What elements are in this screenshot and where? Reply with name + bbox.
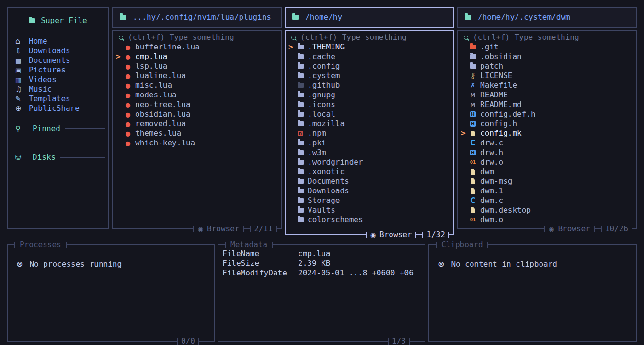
sidebar-item-templates[interactable]: ✎Templates [8, 94, 108, 104]
file-row[interactable]: ●lualine.lua [113, 71, 281, 81]
file-list: ●bufferline.lua>●cmp.lua●lsp.lua●lualine… [113, 42, 281, 148]
file-row[interactable]: dwm-msg [458, 177, 636, 186]
file-row[interactable]: 01drw.o [458, 157, 636, 167]
file-row[interactable]: .cystem [286, 71, 453, 81]
panel-path-header[interactable]: ...hy/.config/nvim/lua/plugins [112, 7, 282, 28]
tee-mark [632, 226, 632, 232]
file-row[interactable]: .git [458, 42, 636, 52]
selection-cursor: > [460, 129, 469, 138]
sidebar-item-label: Music [29, 84, 52, 94]
file-row[interactable]: dwm.1 [458, 186, 636, 196]
file-row[interactable]: ●misc.lua [113, 81, 281, 90]
search-bar[interactable]: (ctrl+f) Type something [458, 33, 636, 42]
metadata-count: 1/3 [388, 336, 410, 345]
file-row[interactable]: .cache [286, 52, 453, 61]
cross-circle-icon: ⊗ [438, 261, 444, 268]
folder-icon [298, 54, 304, 59]
pictures-icon: ▣ [15, 67, 25, 73]
file-name: .config [308, 61, 340, 71]
file-row[interactable]: Downloads [286, 186, 453, 196]
file-name: patch [480, 61, 503, 71]
processes-title: Processes [14, 240, 67, 250]
metadata-row: FileModifyDate2024-05-01 ...8 +0600 +06 [222, 268, 425, 278]
file-row[interactable]: .config [286, 61, 453, 71]
file-row[interactable]: .w3m [286, 148, 453, 157]
sidebar-section-disks[interactable]: ⛁ Disks [8, 153, 108, 162]
panel-path-header[interactable]: /home/hy/.cystem/dwm [457, 7, 637, 28]
file-row[interactable]: Documents [286, 177, 453, 186]
h-file-icon: H [470, 111, 476, 117]
metadata-row: FileSize2.39 KB [222, 259, 425, 268]
sidebar-item-pictures[interactable]: ▣Pictures [8, 65, 108, 75]
file-name: .gnupg [308, 90, 335, 100]
file-row[interactable]: colorschemes [286, 215, 453, 225]
file-row[interactable]: Cdrw.c [458, 138, 636, 148]
file-row[interactable]: Hconfig.def.h [458, 109, 636, 119]
folder-icon [298, 73, 304, 78]
metadata-label: FileName [222, 249, 298, 259]
footer-mode-label: Browser [380, 230, 412, 239]
folder-icon [298, 112, 304, 117]
doc-file-icon [471, 207, 475, 213]
search-bar[interactable]: (ctrl+f) Type something [286, 33, 453, 42]
file-row[interactable]: >.THEMING [286, 42, 453, 52]
file-name: .icons [308, 100, 335, 109]
file-row[interactable]: n.npm [286, 129, 453, 138]
file-row[interactable]: ●removed.lua [113, 119, 281, 129]
file-row[interactable]: .mozilla [286, 119, 453, 129]
processes-panel: Processes ⊗ No processes running 0/0 [7, 244, 215, 342]
metadata-value: 2024-05-01 ...8 +0600 +06 [298, 268, 414, 278]
file-name: config.h [480, 119, 517, 129]
file-row[interactable]: ●bufferline.lua [113, 42, 281, 52]
file-row[interactable]: >config.mk [458, 129, 636, 138]
file-row[interactable]: Cdwm.c [458, 196, 636, 205]
file-row[interactable]: .icons [286, 100, 453, 109]
file-row[interactable]: Hdrw.h [458, 148, 636, 157]
file-row[interactable]: dwm [458, 167, 636, 177]
folder-icon [298, 150, 304, 155]
file-row[interactable]: ●modes.lua [113, 90, 281, 100]
file-row[interactable]: ●neo-tree.lua [113, 100, 281, 109]
folder-icon [298, 93, 304, 97]
file-row[interactable]: .obsidian [458, 52, 636, 61]
file-row[interactable]: patch [458, 61, 636, 71]
file-row[interactable]: .local [286, 109, 453, 119]
footer-mode-label: Browser [558, 224, 590, 234]
empty-text: No processes running [29, 260, 122, 269]
sidebar-item-publicshare[interactable]: ⊕PublicShare [8, 104, 108, 113]
file-row[interactable]: .github [286, 81, 453, 90]
lua-file-icon: ● [125, 140, 130, 146]
search-bar[interactable]: (ctrl+f) Type something [113, 33, 281, 42]
file-row[interactable]: .pki [286, 138, 453, 148]
sidebar-item-documents[interactable]: ▤Documents [8, 56, 108, 65]
panel-footer: ◉Browser 10/26 [544, 224, 632, 234]
file-row[interactable]: Storage [286, 196, 453, 205]
sidebar-item-home[interactable]: ⌂Home [8, 36, 108, 46]
file-row[interactable]: MREADME [458, 90, 636, 100]
sidebar-item-videos[interactable]: ▦Videos [8, 75, 108, 84]
music-icon: ♫ [15, 86, 25, 93]
sidebar-section-pinned[interactable]: ⚲ Pinned [8, 124, 108, 133]
sidebar-item-music[interactable]: ♫Music [8, 84, 108, 94]
file-row[interactable]: ●which-key.lua [113, 138, 281, 148]
file-row[interactable]: Hconfig.h [458, 119, 636, 129]
file-row[interactable]: ●themes.lua [113, 129, 281, 138]
file-row[interactable]: .wordgrinder [286, 157, 453, 167]
file-row[interactable]: ●lsp.lua [113, 61, 281, 71]
file-row[interactable]: >●cmp.lua [113, 52, 281, 61]
file-row[interactable]: .gnupg [286, 90, 453, 100]
doc-file-icon [471, 169, 475, 175]
file-row[interactable]: ●obsidian.lua [113, 109, 281, 119]
file-row[interactable]: MREADME.md [458, 100, 636, 109]
doc-file-icon [471, 188, 475, 194]
panel-path-header[interactable]: /home/hy [285, 7, 454, 28]
file-row[interactable]: 01dwm.o [458, 215, 636, 225]
file-row[interactable]: dwm.desktop [458, 205, 636, 215]
metadata-label: FileSize [222, 259, 298, 268]
file-row[interactable]: ✗Makefile [458, 81, 636, 90]
file-row[interactable]: Vaults [286, 205, 453, 215]
top-row: Super File ⌂Home⇩Downloads▤Documents▣Pic… [7, 7, 637, 235]
file-row[interactable]: .xonotic [286, 167, 453, 177]
file-row[interactable]: ⚷LICENSE [458, 71, 636, 81]
sidebar-item-downloads[interactable]: ⇩Downloads [8, 46, 108, 56]
